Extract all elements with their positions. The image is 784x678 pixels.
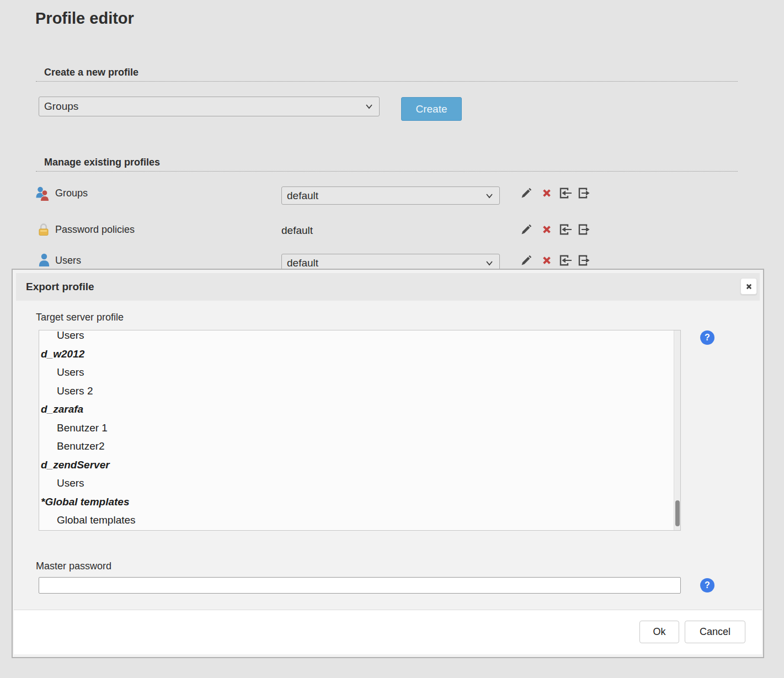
target-server-profile-label: Target server profile	[36, 312, 124, 323]
create-button[interactable]: Create	[401, 97, 462, 121]
export-profile-dialog: Export profile Target server profile Use…	[12, 269, 764, 658]
profile-row-groups: Groups default	[0, 185, 784, 205]
list-group-item[interactable]: *Global templates	[39, 493, 680, 511]
list-item[interactable]: Users	[39, 474, 680, 493]
list-item[interactable]: Global templates	[39, 511, 680, 530]
cancel-button[interactable]: Cancel	[685, 621, 745, 643]
delete-icon[interactable]	[541, 223, 553, 236]
dialog-header: Export profile	[16, 273, 760, 301]
master-password-label: Master password	[36, 560, 111, 572]
scrollbar-thumb[interactable]	[675, 500, 680, 526]
export-icon[interactable]	[578, 223, 590, 236]
export-icon[interactable]	[578, 187, 590, 199]
list-group-item[interactable]: d_w2012	[39, 345, 680, 364]
master-password-input[interactable]	[39, 577, 681, 594]
groups-profile-select-value: default	[287, 190, 318, 202]
target-profile-listbox[interactable]: Users d_w2012 Users Users 2 d_zarafa Ben…	[39, 330, 681, 531]
manage-section-header: Manage existing profiles	[36, 157, 738, 172]
import-icon[interactable]	[559, 254, 571, 266]
list-group-item[interactable]: d_zarafa	[39, 400, 680, 419]
edit-icon[interactable]	[520, 254, 532, 266]
edit-icon[interactable]	[520, 187, 532, 199]
users-profile-select-value: default	[287, 257, 318, 269]
dialog-title: Export profile	[26, 273, 94, 301]
help-icon[interactable]: ?	[700, 578, 714, 592]
list-group-item[interactable]: d_zendServer	[39, 456, 680, 474]
list-item[interactable]: Users	[39, 330, 680, 345]
create-section-heading: Create a new profile	[36, 67, 738, 78]
profile-editor-page: Profile editor Create a new profile Grou…	[0, 0, 784, 678]
groups-icon	[35, 186, 51, 202]
delete-icon[interactable]	[541, 254, 553, 266]
profile-type-select-value: Groups	[44, 100, 78, 113]
chevron-down-icon	[485, 259, 494, 268]
close-icon	[745, 282, 753, 291]
password-policies-profile-value: default	[281, 225, 313, 237]
list-item[interactable]: Benutzer2	[39, 437, 680, 456]
ok-button[interactable]: Ok	[639, 621, 679, 643]
create-section-header: Create a new profile	[36, 67, 738, 82]
question-mark-glyph: ?	[705, 333, 710, 343]
groups-profile-select[interactable]: default	[281, 186, 500, 205]
row-label-users: Users	[55, 255, 81, 266]
chevron-down-icon	[485, 191, 494, 200]
export-icon[interactable]	[578, 254, 590, 266]
profile-row-password-policies: Password policies default	[0, 222, 784, 242]
delete-icon[interactable]	[541, 187, 553, 199]
import-icon[interactable]	[559, 223, 571, 236]
edit-icon[interactable]	[520, 223, 532, 236]
import-icon[interactable]	[559, 187, 571, 199]
manage-section-heading: Manage existing profiles	[36, 157, 738, 168]
close-button[interactable]	[740, 278, 757, 295]
page-title: Profile editor	[35, 9, 134, 28]
user-icon	[39, 253, 50, 268]
lock-icon	[38, 222, 50, 237]
dialog-footer: Ok Cancel	[14, 610, 762, 654]
list-item[interactable]: Benutzer 1	[39, 419, 680, 437]
list-item[interactable]: Users	[39, 363, 680, 382]
help-icon[interactable]: ?	[700, 330, 714, 345]
list-item[interactable]: Users 2	[39, 382, 680, 401]
scrollbar[interactable]	[674, 330, 680, 530]
question-mark-glyph: ?	[705, 580, 710, 590]
chevron-down-icon	[365, 102, 374, 111]
profile-type-select[interactable]: Groups	[39, 97, 380, 116]
row-label-groups: Groups	[55, 188, 88, 199]
row-label-password-policies: Password policies	[55, 224, 135, 236]
